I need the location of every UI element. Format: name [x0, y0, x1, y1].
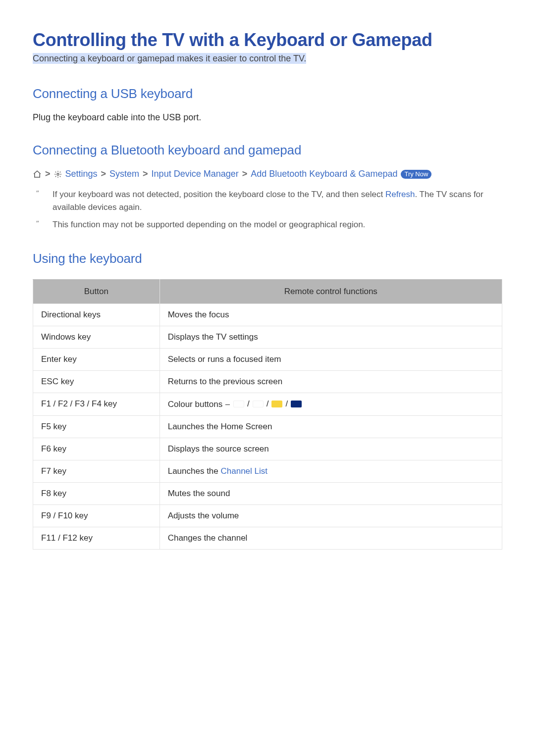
cell-function: Selects or runs a focused item	[160, 348, 502, 370]
note-item: " This function may not be supported dep…	[33, 218, 502, 231]
cell-button: F7 key	[33, 460, 160, 482]
refresh-link[interactable]: Refresh	[385, 190, 415, 199]
cell-function: Changes the channel	[160, 527, 502, 549]
section-heading-usb: Connecting a USB keyboard	[33, 86, 502, 101]
cell-function: Displays the source screen	[160, 438, 502, 460]
colour-swatch-yellow	[271, 401, 282, 407]
table-row: F8 key Mutes the sound	[33, 482, 502, 504]
manual-page: Controlling the TV with a Keyboard or Ga…	[0, 0, 535, 756]
cell-function: Returns to the previous screen	[160, 370, 502, 393]
func-prefix: Launches the	[168, 466, 221, 476]
colour-sep: /	[247, 399, 250, 409]
cell-button: Enter key	[33, 348, 160, 370]
colour-swatch-green	[253, 401, 264, 407]
section-heading-using-keyboard: Using the keyboard	[33, 251, 502, 266]
cell-function: Moves the focus	[160, 303, 502, 326]
colour-swatch-red	[233, 401, 244, 407]
cell-button: F8 key	[33, 482, 160, 504]
cell-button: F9 / F10 key	[33, 504, 160, 527]
colour-prefix: Colour buttons ‒	[168, 399, 230, 409]
note-marker-icon: "	[33, 219, 42, 227]
colour-sep: /	[285, 399, 288, 409]
note-marker-icon: "	[33, 189, 42, 197]
note-text-pre: If your keyboard was not detected, posit…	[53, 190, 385, 199]
colour-swatch-blue	[291, 401, 302, 407]
cell-function: Displays the TV settings	[160, 326, 502, 348]
table-row: F11 / F12 key Changes the channel	[33, 527, 502, 549]
note-text: This function may not be supported depen…	[53, 218, 502, 231]
cell-function-colour: Colour buttons ‒ / / /	[160, 393, 502, 415]
chevron-icon: >	[143, 169, 148, 179]
table-row: F5 key Launches the Home Screen	[33, 415, 502, 438]
gear-icon	[54, 170, 62, 178]
table-row: F9 / F10 key Adjusts the volume	[33, 504, 502, 527]
cell-function: Adjusts the volume	[160, 504, 502, 527]
table-row: ESC key Returns to the previous screen	[33, 370, 502, 393]
page-title: Controlling the TV with a Keyboard or Ga…	[33, 30, 502, 50]
table-row: Windows key Displays the TV settings	[33, 326, 502, 348]
cell-button: F1 / F2 / F3 / F4 key	[33, 393, 160, 415]
table-row: F6 key Displays the source screen	[33, 438, 502, 460]
settings-path: > Settings > System > Input Device Manag…	[33, 169, 502, 179]
cell-function: Launches the Channel List	[160, 460, 502, 482]
page-subtitle: Connecting a keyboard or gamepad makes i…	[33, 53, 306, 64]
table-row: F1 / F2 / F3 / F4 key Colour buttons ‒ /…	[33, 393, 502, 415]
note-item: " If your keyboard was not detected, pos…	[33, 188, 502, 213]
chevron-icon: >	[45, 169, 51, 179]
path-add-bluetooth[interactable]: Add Bluetooth Keyboard & Gamepad	[251, 169, 397, 179]
svg-point-0	[57, 173, 59, 175]
th-button: Button	[33, 279, 160, 303]
path-settings[interactable]: Settings	[65, 169, 98, 179]
cell-button: Windows key	[33, 326, 160, 348]
table-row: Directional keys Moves the focus	[33, 303, 502, 326]
cell-function: Launches the Home Screen	[160, 415, 502, 438]
usb-body-text: Plug the keyboard cable into the USB por…	[33, 112, 502, 123]
table-header-row: Button Remote control functions	[33, 279, 502, 303]
cell-button: F6 key	[33, 438, 160, 460]
cell-function: Mutes the sound	[160, 482, 502, 504]
cell-button: F11 / F12 key	[33, 527, 160, 549]
channel-list-link[interactable]: Channel List	[221, 466, 268, 476]
th-function: Remote control functions	[160, 279, 502, 303]
path-system[interactable]: System	[109, 169, 139, 179]
notes-list: " If your keyboard was not detected, pos…	[33, 188, 502, 231]
section-heading-bluetooth: Connecting a Bluetooth keyboard and game…	[33, 143, 502, 158]
try-now-badge[interactable]: Try Now	[401, 170, 431, 179]
path-input-device-manager[interactable]: Input Device Manager	[152, 169, 239, 179]
cell-button: F5 key	[33, 415, 160, 438]
chevron-icon: >	[101, 169, 107, 179]
keyboard-functions-table: Button Remote control functions Directio…	[33, 279, 502, 550]
table-row: F7 key Launches the Channel List	[33, 460, 502, 482]
home-icon	[33, 170, 42, 179]
note-text: If your keyboard was not detected, posit…	[53, 188, 502, 213]
cell-button: Directional keys	[33, 303, 160, 326]
table-row: Enter key Selects or runs a focused item	[33, 348, 502, 370]
page-subtitle-wrap: Connecting a keyboard or gamepad makes i…	[33, 52, 502, 64]
cell-button: ESC key	[33, 370, 160, 393]
chevron-icon: >	[242, 169, 248, 179]
colour-sep: /	[267, 399, 269, 409]
